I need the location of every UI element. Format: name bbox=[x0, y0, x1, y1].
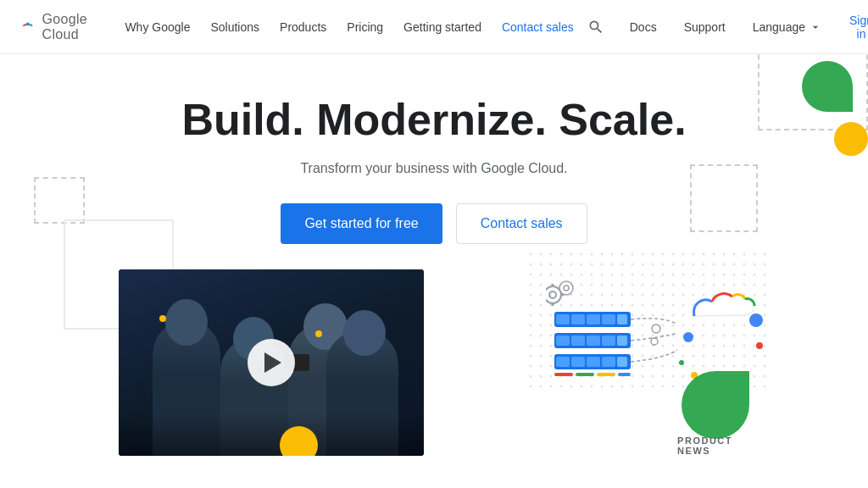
hero-section: Build. Modernize. Scale. Transform your … bbox=[0, 54, 868, 456]
svg-rect-16 bbox=[587, 336, 600, 346]
video-thumbnail[interactable] bbox=[119, 269, 424, 456]
deco-green-blob-bottom bbox=[682, 371, 749, 439]
svg-point-42 bbox=[679, 360, 684, 365]
hero-bottom-row: PRODUCT NEWS bbox=[0, 269, 868, 456]
get-started-hero-button[interactable]: Get started for free bbox=[281, 203, 442, 244]
nav-brand-label: Google Cloud bbox=[42, 12, 97, 42]
nav-right: Docs Support Language Sign in Get starte… bbox=[582, 8, 868, 46]
svg-rect-25 bbox=[554, 373, 573, 376]
play-button[interactable] bbox=[248, 339, 295, 386]
nav-link-why-google[interactable]: Why Google bbox=[116, 15, 198, 39]
deco-small-square bbox=[690, 164, 758, 232]
svg-rect-33 bbox=[552, 284, 554, 287]
nav-link-contact-sales[interactable]: Contact sales bbox=[493, 15, 582, 39]
google-cloud-logo-icon bbox=[20, 15, 36, 39]
svg-rect-22 bbox=[587, 357, 600, 367]
hero-title: Build. Modernize. Scale. bbox=[181, 95, 686, 146]
sign-in-button[interactable]: Sign in bbox=[843, 8, 868, 46]
svg-point-41 bbox=[756, 342, 763, 349]
svg-point-40 bbox=[749, 313, 763, 327]
video-overlay bbox=[119, 413, 424, 456]
contact-sales-hero-button[interactable]: Contact sales bbox=[456, 203, 587, 244]
svg-rect-12 bbox=[617, 314, 627, 324]
svg-point-29 bbox=[652, 324, 660, 333]
cloud-illustration bbox=[529, 252, 800, 439]
nav-links: Why Google Solutions Products Pricing Ge… bbox=[116, 15, 581, 39]
svg-rect-28 bbox=[618, 373, 631, 376]
svg-point-38 bbox=[564, 286, 569, 291]
hero-subtitle: Transform your business with Google Clou… bbox=[300, 161, 567, 176]
nav-link-getting-started[interactable]: Getting started bbox=[395, 15, 490, 39]
chevron-down-icon bbox=[809, 20, 822, 34]
nav-link-products[interactable]: Products bbox=[271, 15, 335, 39]
play-icon bbox=[264, 352, 281, 373]
svg-point-32 bbox=[549, 291, 556, 298]
search-button[interactable] bbox=[582, 14, 609, 41]
svg-rect-11 bbox=[602, 314, 615, 324]
svg-rect-15 bbox=[571, 336, 585, 346]
navbar: Google Cloud Why Google Solutions Produc… bbox=[0, 0, 868, 54]
svg-point-31 bbox=[546, 286, 561, 303]
language-button[interactable]: Language bbox=[746, 15, 829, 39]
deco-green-blob bbox=[802, 61, 853, 112]
product-news-label: PRODUCT NEWS bbox=[677, 435, 732, 456]
svg-point-37 bbox=[559, 281, 573, 295]
svg-rect-8 bbox=[556, 314, 570, 324]
svg-rect-21 bbox=[571, 357, 585, 367]
svg-rect-9 bbox=[571, 314, 585, 324]
svg-rect-24 bbox=[617, 357, 627, 367]
deco-yellow-dot bbox=[834, 122, 868, 156]
svg-rect-27 bbox=[597, 373, 615, 376]
svg-rect-17 bbox=[602, 336, 615, 346]
svg-point-39 bbox=[683, 332, 693, 342]
nav-link-solutions[interactable]: Solutions bbox=[202, 15, 268, 39]
svg-rect-23 bbox=[602, 357, 615, 367]
video-background bbox=[119, 269, 424, 456]
nav-logo[interactable]: Google Cloud bbox=[20, 12, 96, 42]
svg-point-30 bbox=[651, 338, 658, 345]
svg-rect-26 bbox=[576, 373, 594, 376]
nav-link-pricing[interactable]: Pricing bbox=[338, 15, 392, 39]
svg-rect-20 bbox=[556, 357, 570, 367]
svg-rect-10 bbox=[587, 314, 600, 324]
svg-rect-18 bbox=[617, 336, 627, 346]
search-icon bbox=[587, 19, 604, 36]
docs-button[interactable]: Docs bbox=[623, 15, 664, 39]
svg-rect-14 bbox=[556, 336, 570, 346]
hero-buttons: Get started for free Contact sales bbox=[281, 203, 587, 244]
svg-rect-34 bbox=[552, 302, 554, 306]
svg-rect-3 bbox=[24, 25, 32, 29]
support-button[interactable]: Support bbox=[677, 15, 732, 39]
deco-left-small-square bbox=[34, 177, 85, 224]
